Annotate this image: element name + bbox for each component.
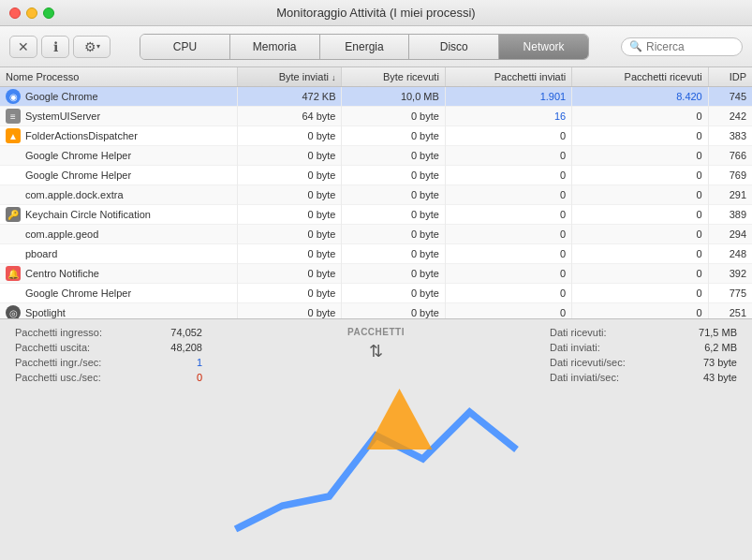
back-button[interactable]: ✕ xyxy=(9,36,37,58)
stat-row-dati-inviati: Dati inviati: 6,2 MB xyxy=(550,342,737,353)
byte-inviati-cell: 0 byte xyxy=(237,185,342,205)
process-table-container: Nome Processo Byte inviati ↓ Byte ricevu… xyxy=(0,67,752,318)
svg-marker-0 xyxy=(367,389,433,449)
byte-ricevuti-cell: 0 byte xyxy=(342,303,445,319)
col-header-byte-ricevuti[interactable]: Byte ricevuti xyxy=(342,67,445,87)
dati-inviati-label: Dati inviati: xyxy=(550,342,600,353)
process-name-cell: 🔔 Centro Notifiche xyxy=(0,264,237,284)
table-row[interactable]: ▲ FolderActionsDispatcher 0 byte 0 byte … xyxy=(0,126,752,146)
pac-ricevuti-cell: 0 xyxy=(572,303,709,319)
table-row[interactable]: com.apple.dock.extra 0 byte 0 byte 0 0 2… xyxy=(0,185,752,205)
pacchetti-uscita-label: Pacchetti uscita: xyxy=(15,342,90,353)
idp-cell: 745 xyxy=(708,87,752,107)
process-icon xyxy=(6,168,21,183)
maximize-button[interactable] xyxy=(43,7,54,19)
process-name-cell: ◉ Google Chrome xyxy=(0,87,237,107)
back-icon: ✕ xyxy=(18,39,29,54)
process-name-cell: Google Chrome Helper xyxy=(0,146,237,166)
pac-ricevuti-cell: 0 xyxy=(572,185,709,205)
byte-ricevuti-cell: 0 byte xyxy=(342,264,445,284)
tab-memoria[interactable]: Memoria xyxy=(230,35,320,59)
pacchetti-usc-sec-label: Pacchetti usc./sec: xyxy=(15,372,101,383)
tab-group: CPU Memoria Energia Disco Network xyxy=(140,34,589,60)
pacchetti-ingr-sec-value: 1 xyxy=(146,357,202,368)
search-input[interactable] xyxy=(646,40,734,53)
stats-middle: PACCHETTI ⇅ xyxy=(202,327,550,553)
table-row[interactable]: ◉ Google Chrome 472 KB 10,0 MB 1.901 8.4… xyxy=(0,87,752,107)
process-name: com.apple.geod xyxy=(25,228,98,240)
tab-energia[interactable]: Energia xyxy=(320,35,410,59)
process-icon: ◎ xyxy=(6,305,21,318)
table-row[interactable]: Google Chrome Helper 0 byte 0 byte 0 0 7… xyxy=(0,284,752,303)
table-row[interactable]: com.apple.geod 0 byte 0 byte 0 0 294 xyxy=(0,225,752,244)
idp-cell: 251 xyxy=(708,303,752,319)
pac-inviati-cell: 0 xyxy=(445,244,571,264)
dati-inviati-value: 6,2 MB xyxy=(681,342,737,353)
info-button[interactable]: ℹ xyxy=(41,36,69,58)
gear-icon: ⚙ xyxy=(84,39,96,54)
pac-inviati-cell: 0 xyxy=(445,185,571,205)
search-box[interactable]: 🔍 xyxy=(621,37,743,56)
minimize-button[interactable] xyxy=(26,7,37,19)
dati-ricevuti-sec-value: 73 byte xyxy=(681,357,737,368)
pac-ricevuti-cell: 0 xyxy=(572,146,709,166)
col-header-pacchetti-ricevuti[interactable]: Pacchetti ricevuti xyxy=(572,67,709,87)
tab-network[interactable]: Network xyxy=(499,35,588,59)
pac-inviati-cell: 16 xyxy=(445,107,571,126)
stats-right: Dati ricevuti: 71,5 MB Dati inviati: 6,2… xyxy=(550,327,737,553)
close-button[interactable] xyxy=(9,7,21,19)
pac-inviati-cell: 1.901 xyxy=(445,87,571,107)
bottom-stats-bar: Pacchetti ingresso: 74,052 Pacchetti usc… xyxy=(0,318,752,560)
idp-cell: 389 xyxy=(708,205,752,225)
process-name-cell: 🔑 Keychain Circle Notification xyxy=(0,205,237,225)
gear-button[interactable]: ⚙ ▾ xyxy=(73,36,111,58)
stat-row-dati-ricevuti: Dati ricevuti: 71,5 MB xyxy=(550,327,737,338)
idp-cell: 248 xyxy=(708,244,752,264)
col-header-pacchetti-inviati[interactable]: Pacchetti inviati xyxy=(445,67,571,87)
tab-disco[interactable]: Disco xyxy=(409,35,499,59)
pac-ricevuti-cell: 0 xyxy=(572,264,709,284)
process-name: Keychain Circle Notification xyxy=(25,209,151,220)
window-controls[interactable] xyxy=(9,7,54,19)
process-name-cell: Google Chrome Helper xyxy=(0,284,237,303)
process-icon xyxy=(6,286,21,301)
pac-inviati-cell: 0 xyxy=(445,146,571,166)
col-header-nome[interactable]: Nome Processo xyxy=(0,67,237,87)
idp-cell: 766 xyxy=(708,146,752,166)
pac-ricevuti-cell: 0 xyxy=(572,244,709,264)
pac-inviati-cell: 0 xyxy=(445,225,571,244)
col-header-byte-inviati[interactable]: Byte inviati ↓ xyxy=(237,67,342,87)
table-row[interactable]: Google Chrome Helper 0 byte 0 byte 0 0 7… xyxy=(0,146,752,166)
stat-row-pacchetti-uscita: Pacchetti uscita: 48,208 xyxy=(15,342,202,353)
table-row[interactable]: Google Chrome Helper 0 byte 0 byte 0 0 7… xyxy=(0,166,752,185)
table-row[interactable]: ◎ Spotlight 0 byte 0 byte 0 0 251 xyxy=(0,303,752,319)
tab-cpu[interactable]: CPU xyxy=(140,35,230,59)
search-icon: 🔍 xyxy=(629,40,642,52)
pacchetti-ingr-sec-label: Pacchetti ingr./sec: xyxy=(15,357,101,368)
col-header-idp[interactable]: IDP xyxy=(708,67,752,87)
byte-ricevuti-cell: 0 byte xyxy=(342,107,445,126)
chevron-down-icon: ▾ xyxy=(96,42,100,51)
byte-ricevuti-cell: 0 byte xyxy=(342,225,445,244)
process-table: Nome Processo Byte inviati ↓ Byte ricevu… xyxy=(0,67,752,318)
process-name: com.apple.dock.extra xyxy=(25,189,124,200)
table-row[interactable]: 🔔 Centro Notifiche 0 byte 0 byte 0 0 392 xyxy=(0,264,752,284)
table-row[interactable]: pboard 0 byte 0 byte 0 0 248 xyxy=(0,244,752,264)
process-name: pboard xyxy=(25,248,57,259)
byte-inviati-cell: 64 byte xyxy=(237,107,342,126)
table-row[interactable]: 🔑 Keychain Circle Notification 0 byte 0 … xyxy=(0,205,752,225)
byte-ricevuti-cell: 0 byte xyxy=(342,205,445,225)
pac-inviati-cell: 0 xyxy=(445,205,571,225)
pac-inviati-cell: 0 xyxy=(445,126,571,146)
info-icon: ℹ xyxy=(53,39,58,54)
table-area: Nome Processo Byte inviati ↓ Byte ricevu… xyxy=(0,67,752,318)
idp-cell: 392 xyxy=(708,264,752,284)
table-row[interactable]: ≡ SystemUIServer 64 byte 0 byte 16 0 242 xyxy=(0,107,752,126)
byte-inviati-cell: 0 byte xyxy=(237,126,342,146)
process-icon: ▲ xyxy=(6,128,21,143)
pacchetti-ingresso-label: Pacchetti ingresso: xyxy=(15,327,102,338)
byte-inviati-cell: 0 byte xyxy=(237,166,342,185)
process-name-cell: ◎ Spotlight xyxy=(0,303,237,319)
toolbar: ✕ ℹ ⚙ ▾ CPU Memoria Energia Disco Networ… xyxy=(0,26,752,67)
pacchetti-ingresso-value: 74,052 xyxy=(146,327,202,338)
